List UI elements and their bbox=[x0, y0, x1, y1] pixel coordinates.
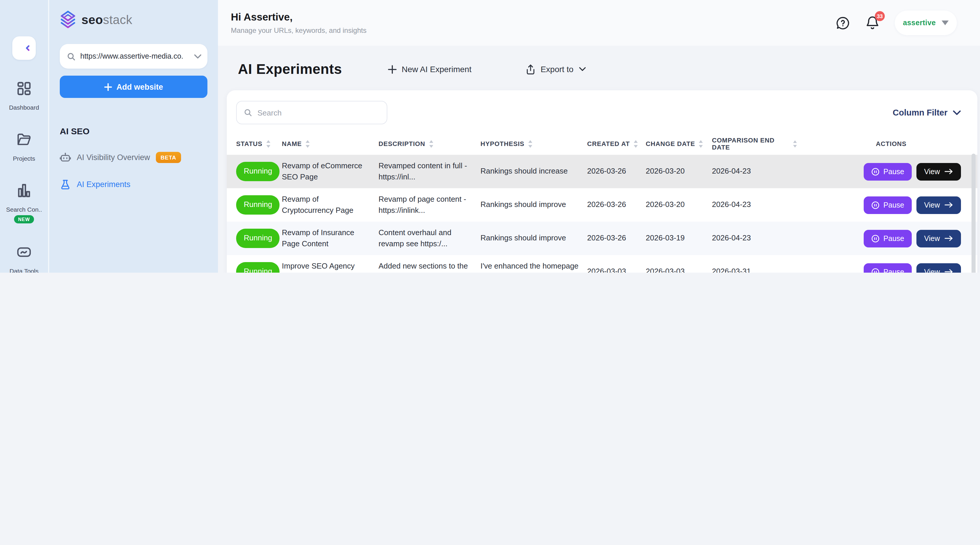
column-label: STATUS bbox=[236, 140, 262, 147]
arrow-right-icon bbox=[945, 168, 953, 175]
new-ai-experiment-label: New AI Experiment bbox=[402, 64, 471, 74]
notifications-button[interactable]: 33 bbox=[865, 15, 880, 30]
arrow-right-icon bbox=[945, 202, 953, 208]
sort-icon bbox=[266, 140, 271, 147]
experiment-name: Revamp of Cryptocurrency Page bbox=[282, 194, 379, 216]
pause-circle-icon bbox=[871, 268, 879, 272]
collapse-menu-icon bbox=[18, 43, 30, 53]
column-header-name[interactable]: NAME bbox=[282, 140, 379, 147]
table-vertical-scrollbar[interactable] bbox=[972, 154, 975, 272]
section-title-ai-seo: AI SEO bbox=[60, 126, 207, 136]
sort-icon bbox=[528, 140, 533, 147]
search-icon bbox=[67, 52, 76, 61]
column-header-created-at[interactable]: CREATED AT bbox=[587, 140, 646, 147]
experiment-hypothesis: Rankings should improve bbox=[480, 199, 587, 210]
website-selector[interactable]: https://www.assertive-media.co. bbox=[60, 44, 207, 69]
column-header-comparison-end-date[interactable]: COMPARISON END DATE bbox=[712, 137, 797, 151]
view-button[interactable]: View bbox=[916, 196, 961, 214]
chevron-down-icon bbox=[579, 67, 585, 72]
account-menu[interactable]: assertive bbox=[895, 11, 957, 35]
created-at: 2026-03-26 bbox=[587, 233, 646, 244]
brand-word-bold: seo bbox=[81, 13, 103, 26]
main-area: Hi Assertive, Manage your URLs, keywords… bbox=[218, 0, 980, 272]
experiment-description: Content overhaul and revamp see https:/.… bbox=[379, 227, 480, 249]
rail-item-label: Search Con.. bbox=[6, 206, 42, 213]
pause-button[interactable]: Pause bbox=[863, 263, 912, 272]
view-button[interactable]: View bbox=[916, 229, 961, 247]
table-row[interactable]: Running Improve SEO Agency Rankings Adde… bbox=[227, 255, 977, 272]
help-icon bbox=[835, 16, 850, 30]
column-label: CHANGE DATE bbox=[646, 140, 695, 147]
sort-icon bbox=[429, 140, 433, 147]
search-input[interactable] bbox=[258, 108, 380, 117]
rail-item-label: Data Tools bbox=[10, 268, 39, 272]
column-filter-button[interactable]: Column Filter bbox=[893, 108, 968, 117]
sort-icon bbox=[793, 140, 797, 147]
sidebar-item-projects[interactable]: Projects bbox=[11, 127, 37, 162]
robot-icon bbox=[60, 152, 71, 163]
pause-label: Pause bbox=[883, 234, 904, 242]
nav-item-ai-experiments[interactable]: AI Experiments bbox=[60, 179, 207, 190]
comparison-end-date: 2026-04-23 bbox=[712, 233, 797, 244]
experiment-description: Added new sections to the homepage to f.… bbox=[379, 261, 480, 272]
table-row[interactable]: Running Revamp of Insurance Page Content… bbox=[227, 222, 977, 255]
sort-icon bbox=[699, 140, 703, 147]
view-button[interactable]: View bbox=[916, 163, 961, 180]
status-badge: Running bbox=[236, 195, 280, 215]
collapse-sidebar-button[interactable] bbox=[12, 37, 36, 60]
change-date: 2026-03-20 bbox=[646, 166, 712, 177]
experiment-name: Improve SEO Agency Rankings bbox=[282, 261, 379, 272]
pause-button[interactable]: Pause bbox=[863, 163, 912, 180]
help-button[interactable] bbox=[835, 16, 850, 30]
add-website-button[interactable]: Add website bbox=[60, 76, 207, 98]
greeting-title: Hi Assertive, bbox=[231, 11, 366, 24]
export-to-button[interactable]: Export to bbox=[525, 64, 585, 75]
change-date: 2026-03-03 bbox=[646, 266, 712, 272]
table-header-row: STATUS NAME DESCRIPTION HYPOTHESIS CREAT… bbox=[227, 132, 977, 155]
status-badge: Running bbox=[236, 229, 280, 248]
new-ai-experiment-button[interactable]: New AI Experiment bbox=[388, 64, 471, 74]
sidebar-item-dashboard[interactable]: Dashboard bbox=[9, 76, 39, 111]
experiment-name: Revamp of eCommerce SEO Page bbox=[282, 160, 379, 182]
pause-circle-icon bbox=[871, 167, 879, 175]
dashboard-icon bbox=[16, 81, 32, 96]
experiment-hypothesis: Rankings should increase bbox=[480, 166, 587, 177]
experiment-hypothesis: Rankings should improve bbox=[480, 233, 587, 244]
table-row[interactable]: Running Revamp of eCommerce SEO Page Rev… bbox=[227, 155, 977, 188]
sort-icon bbox=[633, 140, 638, 147]
column-header-description[interactable]: DESCRIPTION bbox=[379, 140, 480, 147]
selected-website-url: https://www.assertive-media.co. bbox=[80, 52, 194, 61]
change-date: 2026-03-19 bbox=[646, 233, 712, 244]
search-icon bbox=[244, 108, 252, 117]
experiments-table-card: Column Filter STATUS NAME DESCRIPTION HY… bbox=[227, 90, 977, 272]
column-label: NAME bbox=[282, 140, 302, 147]
export-to-label: Export to bbox=[541, 64, 573, 74]
nav-item-label: AI Visibility Overview bbox=[77, 153, 150, 162]
sidebar-item-data-tools[interactable]: Data Tools NEW bbox=[10, 239, 39, 272]
chevron-down-icon bbox=[194, 54, 202, 59]
chevron-down-icon bbox=[953, 110, 961, 115]
comparison-end-date: 2026-03-31 bbox=[712, 266, 797, 272]
column-header-change-date[interactable]: CHANGE DATE bbox=[646, 140, 712, 147]
sidebar-item-search-console[interactable]: Search Con.. NEW bbox=[6, 178, 42, 223]
table-row[interactable]: Running Revamp of Cryptocurrency Page Re… bbox=[227, 188, 977, 222]
pause-button[interactable]: Pause bbox=[863, 196, 912, 214]
new-badge: NEW bbox=[14, 215, 34, 223]
created-at: 2026-03-26 bbox=[587, 166, 646, 177]
view-button[interactable]: View bbox=[916, 263, 961, 272]
flask-icon bbox=[60, 179, 71, 190]
beta-badge: BETA bbox=[156, 152, 181, 163]
rail-item-label: Projects bbox=[13, 155, 35, 162]
experiment-name: Revamp of Insurance Page Content bbox=[282, 227, 379, 249]
column-header-status[interactable]: STATUS bbox=[236, 140, 282, 147]
comparison-end-date: 2026-04-23 bbox=[712, 166, 797, 177]
nav-item-ai-visibility-overview[interactable]: AI Visibility Overview BETA bbox=[60, 152, 207, 163]
nav-item-label: AI Experiments bbox=[77, 180, 130, 189]
view-label: View bbox=[924, 167, 940, 175]
pause-button[interactable]: Pause bbox=[863, 229, 912, 247]
column-header-hypothesis[interactable]: HYPOTHESIS bbox=[480, 140, 587, 147]
view-label: View bbox=[924, 268, 940, 272]
sidebar: seostack https://www.assertive-media.co.… bbox=[49, 0, 218, 272]
experiment-hypothesis: I've enhanced the homepage to be more SE… bbox=[480, 261, 587, 272]
icon-rail: Dashboard Projects Search Con.. NEW Data… bbox=[0, 0, 49, 272]
